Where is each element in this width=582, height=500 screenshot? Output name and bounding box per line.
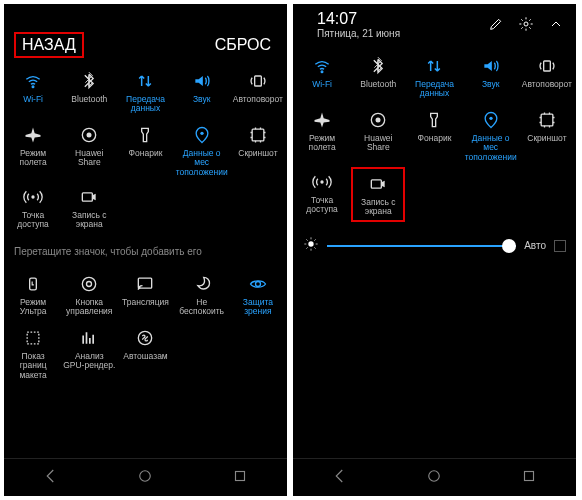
tile-label: Скриншот (237, 149, 278, 158)
phone-left: НАЗАД СБРОС Wi-FiBluetoothПередача данны… (4, 4, 287, 496)
brightness-slider[interactable] (327, 245, 516, 247)
nav-back-icon[interactable] (42, 467, 60, 489)
tile-airplane[interactable]: Режим полета (295, 105, 349, 165)
tile-screenshot[interactable]: Скриншот (231, 120, 285, 180)
nav-bar (4, 458, 287, 496)
svg-point-3 (200, 132, 203, 135)
brightness-row: Авто (293, 226, 576, 266)
date-text: Пятница, 21 июня (317, 28, 400, 39)
inactive-tiles-grid: Режим УльтраКнопка управленияТрансляцияН… (4, 265, 287, 387)
slider-thumb[interactable] (502, 239, 516, 253)
ultra-icon (21, 272, 45, 296)
tile-hotspot[interactable]: Точка доступа (295, 167, 349, 222)
tile-eyecomfort[interactable]: Защита зрения (231, 269, 285, 321)
wifi-icon (21, 69, 45, 93)
tile-label: Автоповорот (521, 80, 573, 89)
tile-wifi[interactable]: Wi-Fi (295, 51, 349, 103)
tile-flashlight[interactable]: Фонарик (407, 105, 461, 165)
tile-label: Режим полета (6, 149, 60, 168)
tile-huaweishare[interactable]: Huawei Share (62, 120, 116, 180)
tile-autorotate[interactable]: Автоповорот (231, 66, 285, 118)
svg-rect-17 (544, 61, 551, 71)
collapse-icon[interactable] (548, 16, 564, 36)
location-icon (190, 123, 214, 147)
nav-home-icon[interactable] (425, 467, 443, 489)
tile-label: Кнопка управления (62, 298, 116, 317)
tile-sound[interactable]: Звук (175, 66, 229, 118)
nav-back-icon[interactable] (331, 467, 349, 489)
tile-cast[interactable]: Трансляция (118, 269, 172, 321)
svg-rect-15 (235, 471, 244, 480)
tile-label: Wi-Fi (22, 95, 44, 104)
nav-home-icon[interactable] (136, 467, 154, 489)
svg-point-9 (87, 282, 92, 287)
tile-label: Bluetooth (70, 95, 108, 104)
tile-autoshazam[interactable]: Автошазам (118, 323, 172, 383)
auto-brightness-checkbox[interactable] (554, 240, 566, 252)
tile-navbutton[interactable]: Кнопка управления (62, 269, 116, 321)
autorotate-icon (535, 54, 559, 78)
screenshot-icon (535, 108, 559, 132)
tile-dnd[interactable]: Не беспокоить (175, 269, 229, 321)
tile-label: Данные о мес тоположении (175, 149, 229, 177)
tile-bluetooth[interactable]: Bluetooth (62, 66, 116, 118)
drag-hint: Перетащите значок, чтобы добавить его (4, 238, 287, 265)
tile-screenrec[interactable]: Запись с экрана (351, 167, 405, 222)
svg-point-13 (139, 331, 152, 344)
tile-label: Данные о мес тоположении (464, 134, 518, 162)
bluetooth-icon (77, 69, 101, 93)
tile-wifi[interactable]: Wi-Fi (6, 66, 60, 118)
tile-flashlight[interactable]: Фонарик (118, 120, 172, 180)
tile-label: Huawei Share (351, 134, 405, 153)
tile-gpurender[interactable]: Анализ GPU-рендер. (62, 323, 116, 383)
tile-screenrec[interactable]: Запись с экрана (62, 182, 116, 234)
tile-label: Не беспокоить (175, 298, 229, 317)
tile-huaweishare[interactable]: Huawei Share (351, 105, 405, 165)
tile-label: Показ границ макета (6, 352, 60, 380)
nav-recent-icon[interactable] (231, 467, 249, 489)
hotspot-icon (21, 185, 45, 209)
dnd-icon (190, 272, 214, 296)
svg-rect-12 (27, 332, 39, 344)
tile-sound[interactable]: Звук (464, 51, 518, 103)
tile-autorotate[interactable]: Автоповорот (520, 51, 574, 103)
mobiledata-icon (422, 54, 446, 78)
tile-airplane[interactable]: Режим полета (6, 120, 60, 180)
tile-label: Защита зрения (231, 298, 285, 317)
autorotate-icon (246, 69, 270, 93)
gpurender-icon (77, 326, 101, 350)
svg-rect-4 (252, 129, 264, 141)
airplane-icon (21, 123, 45, 147)
svg-point-24 (308, 241, 313, 246)
edit-icon[interactable] (488, 16, 504, 36)
top-row: 14:07 Пятница, 21 июня (293, 4, 576, 47)
svg-rect-0 (255, 76, 262, 86)
huaweishare-icon (77, 123, 101, 147)
gear-icon[interactable] (518, 16, 534, 36)
flashlight-icon (422, 108, 446, 132)
tile-screenshot[interactable]: Скриншот (520, 105, 574, 165)
svg-rect-7 (30, 278, 37, 290)
layoutbounds-icon (21, 326, 45, 350)
tile-layoutbounds[interactable]: Показ границ макета (6, 323, 60, 383)
svg-point-22 (320, 180, 323, 183)
tile-mobiledata[interactable]: Передача данных (118, 66, 172, 118)
tile-ultra[interactable]: Режим Ультра (6, 269, 60, 321)
back-button[interactable]: НАЗАД (14, 32, 84, 58)
phone-right: 14:07 Пятница, 21 июня Wi-FiBluetoothПер… (293, 4, 576, 496)
sound-icon (479, 54, 503, 78)
nav-bar (293, 458, 576, 496)
tile-location[interactable]: Данные о мес тоположении (175, 120, 229, 180)
tile-label: Трансляция (121, 298, 170, 307)
nav-recent-icon[interactable] (520, 467, 538, 489)
reset-button[interactable]: СБРОС (209, 34, 277, 56)
tile-label: Звук (192, 95, 211, 104)
tile-label: Звук (481, 80, 500, 89)
tile-location[interactable]: Данные о мес тоположении (464, 105, 518, 165)
wifi-icon (310, 54, 334, 78)
tiles-grid: Wi-FiBluetoothПередача данныхЗвукАвтопов… (293, 47, 576, 226)
tile-hotspot[interactable]: Точка доступа (6, 182, 60, 234)
tile-bluetooth[interactable]: Bluetooth (351, 51, 405, 103)
tile-mobiledata[interactable]: Передача данных (407, 51, 461, 103)
hotspot-icon (310, 170, 334, 194)
